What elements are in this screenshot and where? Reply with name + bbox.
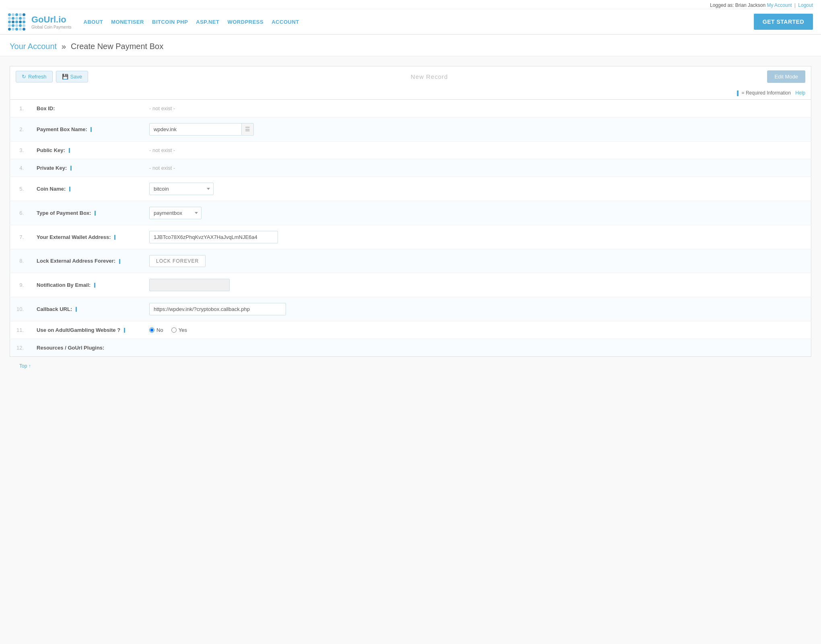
my-account-link[interactable]: My Account [767, 2, 792, 8]
payment-box-name-label: Payment Box Name: [30, 117, 143, 141]
form-table: 1. Box ID: - not exist - 2. Payment Box … [10, 99, 811, 357]
breadcrumb-separator: » [62, 42, 66, 51]
row-num-5: 5. [10, 177, 31, 201]
required-indicator [124, 328, 125, 333]
table-row: 7. Your External Wallet Address: [10, 225, 811, 249]
nav-account[interactable]: ACCOUNT [272, 19, 299, 25]
lock-address-field: LOCK FOREVER [143, 249, 811, 273]
required-indicator [94, 283, 95, 288]
radio-no-text: No [156, 327, 163, 333]
input-list-icon[interactable]: ☰ [241, 123, 253, 135]
table-row: 12. Resources / GoUrl Plugins: [10, 339, 811, 356]
separator-pipe: | [794, 2, 796, 8]
logo-subtitle: Global Coin Payments [31, 25, 72, 29]
logged-as-text: Logged as: Brian Jackson [710, 2, 765, 8]
resources-label: Resources / GoUrl Plugins: [30, 339, 143, 356]
logout-link[interactable]: Logout [798, 2, 813, 8]
table-row: 6. Type of Payment Box: paymentbox donat… [10, 201, 811, 225]
nav-wordpress[interactable]: WORDPRESS [227, 19, 263, 25]
table-row: 11. Use on Adult/Gambling Website ? No Y… [10, 321, 811, 339]
required-info-label: = Required Information [742, 90, 791, 96]
required-mark-icon [737, 91, 739, 96]
row-num-11: 11. [10, 321, 31, 339]
table-row: 4. Private Key: - not exist - [10, 159, 811, 177]
coin-name-label: Coin Name: [30, 177, 143, 201]
table-row: 10. Callback URL: [10, 297, 811, 321]
logo: GoUrl.io Global Coin Payments [8, 13, 72, 30]
notification-email-field [143, 273, 811, 297]
radio-no-input[interactable] [149, 327, 154, 333]
table-row: 9. Notification By Email: [10, 273, 811, 297]
row-num-7: 7. [10, 225, 31, 249]
nav-aspnet[interactable]: ASP.NET [196, 19, 219, 25]
get-started-button[interactable]: GET STARTED [754, 14, 813, 30]
radio-yes-label[interactable]: Yes [171, 327, 187, 333]
wallet-address-input[interactable] [149, 231, 278, 243]
table-row: 3. Public Key: - not exist - [10, 141, 811, 159]
lock-address-label: Lock External Address Forever: [30, 249, 143, 273]
coin-name-field: bitcoin litecoin ethereum [143, 177, 811, 201]
required-indicator [114, 235, 115, 240]
radio-group: No Yes [149, 327, 805, 333]
callback-url-label: Callback URL: [30, 297, 143, 321]
save-button[interactable]: 💾 Save [56, 71, 88, 82]
new-record-label: New Record [91, 73, 767, 80]
public-key-value: - not exist - [143, 141, 811, 159]
wallet-address-label: Your External Wallet Address: [30, 225, 143, 249]
save-label: Save [70, 74, 82, 80]
box-id-label: Box ID: [30, 99, 143, 117]
nav-monetiser[interactable]: MONETISER [111, 19, 144, 25]
notification-email-input[interactable] [149, 279, 230, 291]
required-indicator [69, 187, 70, 191]
page-title: Create New Payment Box [71, 42, 163, 51]
nav-bitcoin-php[interactable]: BITCOIN PHP [152, 19, 188, 25]
row-num-6: 6. [10, 201, 31, 225]
payment-box-name-input[interactable] [150, 123, 241, 135]
row-num-9: 9. [10, 273, 31, 297]
table-row: 8. Lock External Address Forever: LOCK F… [10, 249, 811, 273]
table-row: 2. Payment Box Name: ☰ [10, 117, 811, 141]
radio-no-label[interactable]: No [149, 327, 163, 333]
wallet-address-field [143, 225, 811, 249]
type-payment-box-label: Type of Payment Box: [30, 201, 143, 225]
radio-yes-text: Yes [179, 327, 187, 333]
required-indicator [76, 307, 77, 312]
row-num-12: 12. [10, 339, 31, 356]
row-num-1: 1. [10, 99, 31, 117]
help-link[interactable]: Help [795, 90, 805, 96]
breadcrumb: Your Account » Create New Payment Box [0, 35, 821, 56]
row-num-3: 3. [10, 141, 31, 159]
your-account-link[interactable]: Your Account [10, 42, 57, 51]
refresh-button[interactable]: ↻ Refresh [16, 71, 53, 82]
type-payment-box-select[interactable]: paymentbox donation membership [149, 207, 202, 219]
required-indicator [70, 166, 72, 171]
table-row: 1. Box ID: - not exist - [10, 99, 811, 117]
required-indicator [119, 259, 120, 264]
private-key-value: - not exist - [143, 159, 811, 177]
row-num-4: 4. [10, 159, 31, 177]
payment-box-name-input-wrapper: ☰ [149, 123, 254, 136]
radio-yes-input[interactable] [171, 327, 177, 333]
top-link[interactable]: Top ↑ [10, 357, 811, 375]
main-nav: ABOUT MONETISER BITCOIN PHP ASP.NET WORD… [84, 19, 754, 25]
notification-email-label: Notification By Email: [30, 273, 143, 297]
box-id-value: - not exist - [143, 99, 811, 117]
payment-box-name-field: ☰ [143, 117, 811, 141]
toolbar: ↻ Refresh 💾 Save New Record Edit Mode [10, 66, 811, 87]
edit-mode-button[interactable]: Edit Mode [767, 70, 805, 83]
row-num-2: 2. [10, 117, 31, 141]
callback-url-input[interactable] [149, 303, 286, 315]
table-row: 5. Coin Name: bitcoin litecoin ethereum [10, 177, 811, 201]
main-content: ↻ Refresh 💾 Save New Record Edit Mode = … [0, 56, 821, 644]
private-key-label: Private Key: [30, 159, 143, 177]
resources-value [143, 339, 811, 356]
nav-about[interactable]: ABOUT [84, 19, 103, 25]
refresh-label: Refresh [28, 74, 47, 80]
required-info-bar: = Required Information Help [10, 87, 811, 99]
refresh-icon: ↻ [22, 74, 26, 80]
coin-name-select[interactable]: bitcoin litecoin ethereum [149, 183, 214, 195]
row-num-10: 10. [10, 297, 31, 321]
adult-gambling-label: Use on Adult/Gambling Website ? [30, 321, 143, 339]
required-indicator [69, 148, 70, 153]
lock-forever-button[interactable]: LOCK FOREVER [149, 255, 206, 267]
